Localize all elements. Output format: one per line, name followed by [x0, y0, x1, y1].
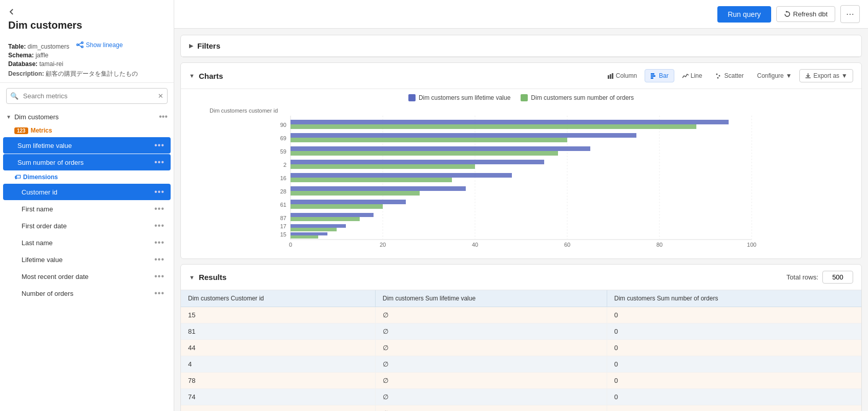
- col-header-customer-id: Dim customers Customer id: [181, 290, 375, 307]
- svg-rect-31: [291, 120, 729, 124]
- dim-more-icon-1[interactable]: •••: [154, 204, 164, 213]
- svg-text:28: 28: [280, 188, 286, 194]
- search-input[interactable]: [6, 88, 168, 104]
- description-meta: Description: 顧客の購買データを集計したもの: [8, 70, 166, 78]
- content-area: ▶ Filters ▼ Charts Column Bar: [174, 29, 868, 411]
- cell-lifetime-value: ∅: [375, 323, 607, 340]
- dim-customers-toggle[interactable]: ▼ Dim customers •••: [0, 109, 174, 124]
- table-row: 44 ∅ 0: [181, 340, 861, 356]
- svg-rect-40: [291, 178, 452, 182]
- line-chart-button[interactable]: Line: [676, 69, 708, 82]
- search-clear-icon[interactable]: ✕: [158, 92, 163, 100]
- cell-customer-id: 73: [181, 405, 375, 412]
- filters-panel: ▶ Filters: [180, 35, 862, 57]
- table-row: 74 ∅ 0: [181, 389, 861, 405]
- chevron-down-icon: ▼: [6, 114, 11, 120]
- dim-more-icon-4[interactable]: •••: [154, 255, 164, 264]
- svg-rect-1: [81, 42, 83, 44]
- filters-panel-header[interactable]: ▶ Filters: [181, 35, 861, 57]
- svg-point-13: [717, 77, 719, 78]
- sidebar: Dim customers Table: dim_customers Show …: [0, 0, 174, 411]
- table-row: 73 ∅ 0: [181, 405, 861, 412]
- sidebar-header: Dim customers Table: dim_customers Show …: [0, 0, 174, 83]
- svg-rect-46: [291, 217, 360, 221]
- table-row: 4 ∅ 0: [181, 356, 861, 373]
- cell-customer-id: 74: [181, 389, 375, 405]
- configure-button[interactable]: Configure ▼: [751, 69, 797, 82]
- svg-text:20: 20: [380, 242, 386, 248]
- metric-more-icon-2[interactable]: •••: [154, 158, 164, 167]
- results-panel: ▼ Results Total rows: Dim customers Cust…: [180, 264, 862, 411]
- svg-rect-9: [651, 75, 655, 77]
- dim-item-number-of-orders[interactable]: Number of orders •••: [3, 285, 171, 301]
- dimensions-label: 🏷 Dimensions: [0, 171, 174, 183]
- svg-text:15: 15: [280, 231, 286, 237]
- dim-more-icon-2[interactable]: •••: [154, 221, 164, 230]
- back-button[interactable]: [8, 7, 15, 16]
- svg-rect-8: [651, 73, 654, 75]
- svg-rect-42: [291, 191, 420, 196]
- main-content: Run query Refresh dbt ⋯ ▶ Filters ▼ Char…: [174, 0, 868, 411]
- dim-item-most-recent-order[interactable]: Most recent order date •••: [3, 268, 171, 285]
- dim-more-icon-3[interactable]: •••: [154, 238, 164, 247]
- results-panel-header[interactable]: ▼ Results Total rows:: [181, 265, 861, 290]
- cell-num-orders: 0: [607, 373, 861, 389]
- svg-rect-0: [77, 44, 78, 46]
- cell-lifetime-value: ∅: [375, 389, 607, 405]
- svg-line-4: [78, 45, 81, 47]
- dim-item-first-name[interactable]: First name •••: [3, 201, 171, 217]
- scatter-chart-button[interactable]: Scatter: [710, 69, 749, 82]
- metrics-section: ▼ Dim customers ••• 123 Metrics Sum life…: [0, 109, 174, 306]
- results-chevron-icon: ▼: [189, 274, 195, 280]
- top-bar: Run query Refresh dbt ⋯: [174, 0, 868, 29]
- charts-panel: ▼ Charts Column Bar Line: [180, 62, 862, 259]
- run-query-button[interactable]: Run query: [717, 6, 771, 23]
- dim-item-customer-id[interactable]: Customer id •••: [3, 184, 171, 200]
- metrics-label: 123 Metrics: [0, 124, 174, 137]
- metric-item-sum-orders[interactable]: Sum number of orders •••: [3, 154, 171, 170]
- configure-chevron-icon: ▼: [786, 72, 792, 79]
- svg-rect-47: [291, 224, 346, 228]
- dim-customers-more-icon[interactable]: •••: [159, 112, 168, 121]
- svg-rect-41: [291, 186, 466, 191]
- svg-point-12: [719, 75, 720, 76]
- col-header-lifetime-value: Dim customers Sum lifetime value: [375, 290, 607, 307]
- dim-more-icon-5[interactable]: •••: [154, 272, 164, 281]
- search-box: 🔍 ✕: [0, 83, 174, 109]
- cell-num-orders: 0: [607, 340, 861, 356]
- svg-rect-45: [291, 213, 374, 217]
- more-options-button[interactable]: ⋯: [840, 5, 860, 23]
- svg-rect-49: [291, 232, 327, 235]
- bar-chart-button[interactable]: Bar: [645, 69, 674, 82]
- search-icon: 🔍: [10, 92, 18, 100]
- svg-text:16: 16: [280, 175, 286, 181]
- svg-rect-5: [608, 75, 609, 79]
- dim-more-icon-0[interactable]: •••: [154, 187, 164, 197]
- metric-item-sum-lifetime[interactable]: Sum lifetime value •••: [3, 137, 171, 154]
- metric-more-icon[interactable]: •••: [154, 141, 164, 150]
- dim-item-last-name[interactable]: Last name •••: [3, 234, 171, 251]
- svg-text:60: 60: [564, 242, 570, 248]
- svg-text:0: 0: [289, 242, 292, 248]
- svg-point-11: [716, 73, 718, 75]
- cell-num-orders: 0: [607, 323, 861, 340]
- chart-legend: Dim customers sum lifetime value Dim cus…: [181, 89, 861, 103]
- svg-text:61: 61: [280, 202, 286, 208]
- dim-more-icon-6[interactable]: •••: [154, 289, 164, 298]
- export-button[interactable]: Export as ▼: [799, 69, 853, 82]
- show-lineage-button[interactable]: Show lineage: [76, 41, 123, 49]
- dim-item-first-order-date[interactable]: First order date •••: [3, 218, 171, 234]
- cell-customer-id: 44: [181, 340, 375, 356]
- charts-panel-header[interactable]: ▼ Charts Column Bar Line: [181, 63, 861, 89]
- cell-num-orders: 0: [607, 405, 861, 412]
- cell-lifetime-value: ∅: [375, 307, 607, 323]
- column-chart-button[interactable]: Column: [602, 69, 643, 82]
- svg-rect-6: [610, 74, 611, 79]
- table-row: 15 ∅ 0: [181, 307, 861, 323]
- svg-text:100: 100: [747, 242, 756, 248]
- refresh-dbt-button[interactable]: Refresh dbt: [776, 6, 835, 22]
- metrics-badge: 123: [14, 127, 28, 134]
- total-rows-input[interactable]: [822, 271, 853, 284]
- legend-item-orders: Dim customers sum number of orders: [521, 94, 634, 101]
- dim-item-lifetime-value[interactable]: Lifetime value •••: [3, 251, 171, 268]
